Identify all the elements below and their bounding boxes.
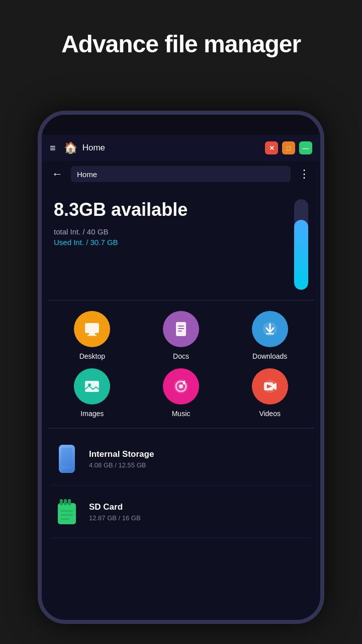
folder-item-images[interactable]: Images bbox=[50, 368, 135, 418]
sdcard-icon-container bbox=[54, 495, 80, 529]
svg-rect-27 bbox=[61, 514, 73, 516]
side-button-right-bottom bbox=[322, 230, 324, 271]
sdcard-capacity: 12.87 GB / 16 GB bbox=[89, 514, 308, 522]
internal-name: Internal Storage bbox=[89, 449, 308, 459]
storage-available-text: 8.3GB available bbox=[54, 199, 286, 220]
images-label: Images bbox=[80, 410, 104, 418]
home-icon: 🏠 bbox=[64, 141, 77, 154]
svg-rect-25 bbox=[68, 499, 71, 505]
storage-used-label: Used Int. / 30.7 GB bbox=[54, 238, 286, 247]
folder-item-videos[interactable]: Videos bbox=[227, 368, 312, 418]
svg-rect-9 bbox=[85, 381, 99, 392]
downloads-icon bbox=[252, 311, 288, 347]
desktop-icon bbox=[74, 311, 110, 347]
chrome-title: Home bbox=[82, 143, 260, 153]
path-bar: Home bbox=[71, 166, 291, 182]
storage-section: 8.3GB available total Int. / 40 GB Used … bbox=[42, 187, 320, 300]
side-button-left bbox=[38, 215, 40, 246]
desktop-label: Desktop bbox=[79, 352, 105, 360]
window-buttons: ✕ □ — bbox=[265, 141, 312, 154]
folders-section: Desktop Docs Downloads Images Music bbox=[42, 301, 320, 428]
close-button[interactable]: ✕ bbox=[265, 141, 278, 154]
svg-rect-5 bbox=[178, 328, 184, 329]
svg-rect-2 bbox=[87, 335, 97, 336]
phone-frame: ≡ 🏠 Home ✕ □ — ← Home ⋮ 8.3GB available … bbox=[38, 111, 324, 624]
folder-item-music[interactable]: Music bbox=[139, 368, 224, 418]
storage-gauge bbox=[294, 199, 308, 290]
internal-info: Internal Storage4.08 GB / 12.55 GB bbox=[89, 449, 308, 469]
music-label: Music bbox=[172, 410, 191, 418]
internal-icon-container bbox=[54, 442, 80, 476]
svg-rect-21 bbox=[61, 448, 72, 466]
more-menu-button[interactable]: ⋮ bbox=[295, 166, 314, 183]
svg-rect-26 bbox=[61, 510, 73, 512]
svg-rect-6 bbox=[178, 331, 182, 332]
storage-total-label: total Int. / 40 GB bbox=[54, 227, 286, 236]
top-bar: ← Home ⋮ bbox=[42, 161, 320, 187]
folder-item-desktop[interactable]: Desktop bbox=[50, 311, 135, 360]
svg-rect-1 bbox=[89, 333, 95, 335]
device-item-sdcard[interactable]: SD Card12.87 GB / 16 GB bbox=[50, 486, 312, 538]
videos-icon bbox=[252, 368, 288, 405]
svg-rect-28 bbox=[61, 518, 69, 520]
page-title: Advance file manager bbox=[0, 30, 362, 58]
app-content: ← Home ⋮ 8.3GB available total Int. / 40… bbox=[42, 161, 320, 620]
internal-capacity: 4.08 GB / 12.55 GB bbox=[89, 461, 308, 469]
folder-item-docs[interactable]: Docs bbox=[139, 311, 224, 360]
side-button-right-top bbox=[322, 200, 324, 220]
notch-cutout bbox=[151, 119, 211, 131]
back-button[interactable]: ← bbox=[48, 166, 67, 183]
window-chrome-bar: ≡ 🏠 Home ✕ □ — bbox=[42, 135, 320, 161]
gauge-fill bbox=[294, 220, 308, 290]
phone-notch bbox=[42, 115, 320, 135]
svg-rect-0 bbox=[85, 323, 99, 333]
path-text: Home bbox=[77, 170, 97, 179]
folders-grid: Desktop Docs Downloads Images Music bbox=[50, 311, 312, 418]
hamburger-icon[interactable]: ≡ bbox=[50, 142, 56, 154]
docs-icon bbox=[163, 311, 199, 347]
svg-rect-20 bbox=[62, 470, 71, 471]
docs-label: Docs bbox=[173, 352, 189, 360]
videos-label: Videos bbox=[259, 410, 281, 418]
device-item-internal[interactable]: Internal Storage4.08 GB / 12.55 GB bbox=[50, 433, 312, 486]
folder-item-downloads[interactable]: Downloads bbox=[227, 311, 312, 360]
sdcard-name: SD Card bbox=[89, 502, 308, 512]
svg-rect-22 bbox=[58, 503, 76, 524]
storage-info: 8.3GB available total Int. / 40 GB Used … bbox=[54, 199, 286, 247]
downloads-label: Downloads bbox=[252, 352, 287, 360]
maximize-button[interactable]: □ bbox=[282, 141, 295, 154]
images-icon bbox=[74, 368, 110, 405]
sdcard-info: SD Card12.87 GB / 16 GB bbox=[89, 502, 308, 522]
minimize-button[interactable]: — bbox=[299, 141, 312, 154]
svg-rect-4 bbox=[178, 326, 184, 327]
music-icon bbox=[163, 368, 199, 405]
svg-point-13 bbox=[179, 384, 183, 388]
svg-rect-23 bbox=[60, 499, 63, 505]
devices-section: Internal Storage4.08 GB / 12.55 GB SD Ca… bbox=[42, 429, 320, 542]
svg-rect-24 bbox=[64, 499, 67, 505]
svg-rect-8 bbox=[266, 333, 274, 335]
